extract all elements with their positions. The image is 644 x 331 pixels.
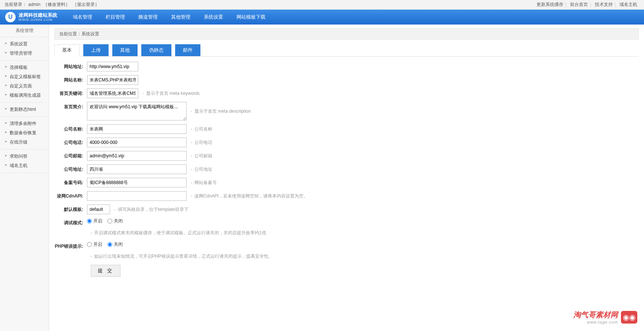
- sidebar-item-custom-tags[interactable]: 自定义模板标签: [0, 72, 49, 81]
- content: 当前位置：系统设置 基本 上传 其他 伪静态 邮件 网站地址 网站名称 首页关键…: [49, 25, 644, 331]
- tab-mail[interactable]: 邮件: [175, 44, 200, 56]
- hint-template: 填写风格目录，位于template目录下: [115, 206, 189, 213]
- edit-profile-link[interactable]: ［修改资料］: [43, 2, 70, 7]
- label-debug: 调试模式: [54, 218, 87, 226]
- sidebar-item-admin-manage[interactable]: 管理员管理: [0, 49, 49, 58]
- tab-basic[interactable]: 基本: [54, 44, 80, 57]
- hint-email: 公司邮箱: [191, 153, 212, 159]
- hint-phone: 公司电话: [191, 139, 212, 146]
- sidebar-item-clean-attach[interactable]: 清理多余附件: [0, 119, 49, 128]
- label-site-name: 网站名称: [54, 75, 87, 83]
- note-debug: 开启调试模式将关闭模板缓存，便于调试模板。正式运行请关闭，关闭后提升效率约1倍: [91, 230, 639, 236]
- watermark-icon: ◉◉: [621, 311, 637, 324]
- radio-phperr-off[interactable]: [107, 242, 112, 247]
- hint-keywords: 显示于首页 meta keywords: [143, 90, 200, 97]
- radio-phperr-on-label[interactable]: 开启: [87, 241, 102, 248]
- sidebar-item-backup[interactable]: 数据备份恢复: [0, 128, 49, 138]
- radio-debug-off[interactable]: [107, 219, 112, 224]
- topbar: 当前登录：admin ［修改资料］ ［退出登录］ 更新系统缓存| 前台首页| 技…: [0, 0, 644, 10]
- topbar-left: 当前登录：admin ［修改资料］ ［退出登录］: [4, 1, 101, 8]
- label-icp: 备案号码: [54, 178, 87, 186]
- radio-debug-on-label[interactable]: 开启: [87, 218, 102, 224]
- input-site-url[interactable]: [87, 62, 138, 71]
- radio-debug-on[interactable]: [87, 219, 92, 224]
- label-company: 公司名称: [54, 124, 87, 132]
- sidebar: 系统管理 系统设置 管理员管理 选择模板 自定义模板标签 自定义页面 模板调用生…: [0, 25, 49, 331]
- main-nav: 域名管理 栏目管理 频道管理 其他管理 系统设置 网站模板下载: [66, 10, 272, 25]
- tabs: 基本 上传 其他 伪静态 邮件: [54, 44, 639, 57]
- radio-phperr-on[interactable]: [87, 242, 92, 247]
- nav-system[interactable]: 系统设置: [197, 10, 230, 25]
- top-link-host[interactable]: 域名主机: [619, 2, 637, 7]
- label-email: 公司邮箱: [54, 151, 87, 159]
- hint-cdn: 浚网CdnAPI，若未使用浚网空间，请将本内容设置为空。: [191, 193, 308, 199]
- input-icp[interactable]: [87, 178, 187, 187]
- tab-rewrite[interactable]: 伪静态: [141, 44, 171, 56]
- nav-domain[interactable]: 域名管理: [66, 10, 99, 25]
- hint-description: 显示于首页 meta description: [191, 108, 251, 115]
- sidebar-item-update-html[interactable]: 更新静态html: [0, 105, 49, 114]
- top-link-support[interactable]: 技术支持: [595, 2, 613, 7]
- sidebar-title: 系统管理: [0, 25, 49, 37]
- hint-company: 公司名称: [191, 126, 212, 132]
- radio-phperr-off-label[interactable]: 关闭: [107, 241, 123, 248]
- label-phperr: PHP错误提示: [54, 241, 87, 250]
- hint-address: 公司地址: [191, 166, 212, 173]
- input-company[interactable]: [87, 124, 187, 134]
- logout-link[interactable]: ［退出登录］: [73, 2, 99, 7]
- input-template[interactable]: [87, 205, 110, 214]
- top-link-front[interactable]: 前台首页: [570, 2, 588, 7]
- label-description: 首页简介: [54, 102, 87, 110]
- logo-icon: U: [5, 12, 16, 22]
- textarea-description[interactable]: 欢迎访问 www.ym51.vip 下载高端网站模板...: [87, 102, 187, 120]
- topbar-right: 更新系统缓存| 前台首页| 技术支持| 域名主机: [534, 1, 640, 8]
- nav-column[interactable]: 栏目管理: [99, 10, 132, 25]
- input-site-name[interactable]: [87, 75, 138, 85]
- nav-channel[interactable]: 频道管理: [132, 10, 164, 25]
- sidebar-item-select-template[interactable]: 选择模板: [0, 63, 49, 72]
- label-keywords: 首页关键词: [54, 89, 87, 97]
- submit-button[interactable]: 提 交: [91, 265, 120, 277]
- current-user: admin: [28, 2, 41, 7]
- logo-title: 浚网科技建站系统: [19, 13, 57, 17]
- radio-debug-off-label[interactable]: 关闭: [107, 218, 123, 224]
- input-keywords[interactable]: [87, 89, 138, 98]
- login-label: 当前登录：: [4, 2, 27, 7]
- tab-upload[interactable]: 上传: [83, 44, 109, 56]
- note-phperr: 如运行出现未知情况，可开启PHP错误提示查看详情，正式运行请关闭提示，提高安全性…: [91, 253, 639, 260]
- sidebar-item-upgrade[interactable]: 在线升级: [0, 138, 49, 147]
- input-cdn[interactable]: [87, 191, 187, 201]
- label-cdn: 浚网CdnAPI: [54, 191, 87, 199]
- nav-other[interactable]: 其他管理: [164, 10, 197, 25]
- input-email[interactable]: [87, 151, 187, 161]
- input-address[interactable]: [87, 164, 187, 174]
- breadcrumb: 当前位置：系统设置: [54, 28, 639, 40]
- watermark-title: 淘气哥素材网: [573, 310, 618, 320]
- logo-sub: WWW.JUN99.COM: [19, 18, 57, 22]
- label-phone: 公司电话: [54, 138, 87, 146]
- input-phone[interactable]: [87, 138, 187, 147]
- top-link-cache[interactable]: 更新系统缓存: [537, 2, 563, 7]
- sidebar-item-custom-page[interactable]: 自定义页面: [0, 81, 49, 91]
- header: U 浚网科技建站系统 WWW.JUN99.COM 域名管理 栏目管理 频道管理 …: [0, 10, 644, 25]
- label-site-url: 网站地址: [54, 62, 87, 70]
- watermark: 淘气哥素材网 www.tqge.com ◉◉: [573, 310, 637, 324]
- logo: U 浚网科技建站系统 WWW.JUN99.COM: [0, 12, 62, 22]
- tab-other[interactable]: 其他: [112, 44, 138, 56]
- sidebar-item-help[interactable]: 求助问答: [0, 152, 49, 161]
- sidebar-item-template-gen[interactable]: 模板调用生成器: [0, 91, 49, 100]
- watermark-url: www.tqge.com: [573, 320, 618, 324]
- label-template: 默认模板: [54, 205, 87, 213]
- label-address: 公司地址: [54, 164, 87, 173]
- hint-icp: 网站备案号: [191, 180, 217, 186]
- sidebar-item-domain-host[interactable]: 域名主机: [0, 161, 49, 170]
- sidebar-item-system-settings[interactable]: 系统设置: [0, 39, 49, 49]
- nav-templates[interactable]: 网站模板下载: [230, 10, 272, 25]
